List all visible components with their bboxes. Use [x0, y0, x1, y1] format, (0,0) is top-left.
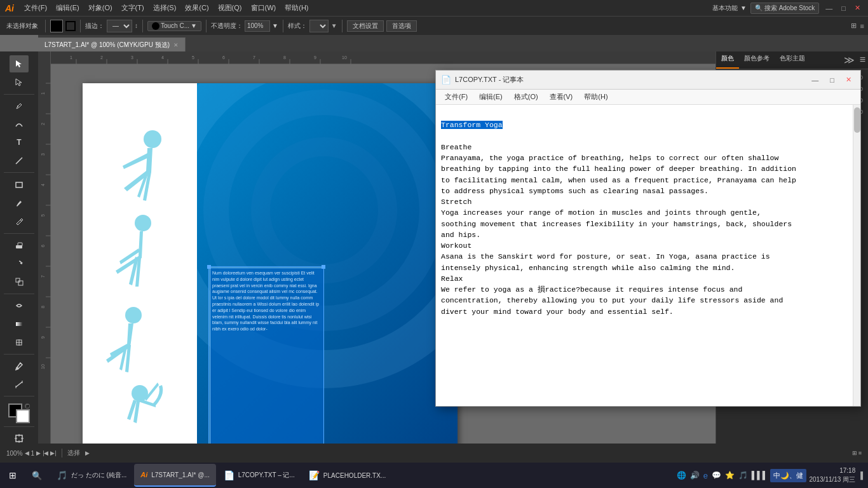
scrollbar-thumb[interactable] — [854, 107, 860, 133]
gradient-tool[interactable] — [10, 316, 29, 333]
search-stock[interactable]: 🔍 搜索 Adobe Stock — [750, 3, 819, 14]
tab-label: L7START_1.AI* @ 100% (CMYK/GPU 预选) — [44, 41, 170, 50]
panel-tab-color-ref[interactable]: 颜色参考 — [739, 51, 775, 69]
zoom-nav-left[interactable]: ◀ — [25, 450, 29, 456]
taskbar-music-btn[interactable]: 🎵 だっ たのに (純音... — [50, 464, 133, 487]
minimize-button[interactable]: — — [823, 4, 835, 12]
line-tool[interactable] — [10, 152, 29, 170]
active-document-tab[interactable]: L7START_1.AI* @ 100% (CMYK/GPU 预选) ✕ — [38, 37, 186, 51]
rect-tool[interactable] — [10, 176, 29, 193]
taskbar-ai-label: L7START_1.AI* @... — [151, 471, 209, 478]
menu-object[interactable]: 对象(O) — [85, 2, 116, 14]
opacity-arrow[interactable]: ▼ — [272, 22, 278, 29]
status-bar: 100% ◀ 1 ▶ |◀ ▶| 选择 ▶ ⊞ ≡ — [0, 444, 868, 463]
horizontal-ruler: 1 2 3 4 5 6 7 8 9 10 — [51, 51, 715, 64]
notepad-menu-file[interactable]: 文件(F) — [440, 91, 473, 103]
notepad-menu-edit[interactable]: 编辑(E) — [474, 91, 508, 103]
basic-function[interactable]: 基本功能 ▼ — [712, 4, 747, 13]
opacity-input[interactable] — [245, 20, 270, 32]
style-arrow[interactable]: ▼ — [331, 22, 337, 29]
curvature-tool[interactable] — [10, 116, 29, 133]
notepad-minimize-button[interactable]: — — [808, 76, 822, 84]
eraser-tool[interactable] — [10, 237, 29, 254]
restore-button[interactable]: □ — [839, 4, 848, 12]
style-select[interactable] — [309, 20, 329, 32]
fill-color-swatch[interactable] — [50, 20, 63, 32]
stroke-arrows[interactable]: ↕ — [135, 22, 138, 29]
network-icon[interactable]: 🌐 — [677, 471, 686, 480]
menu-view[interactable]: 视图(Q) — [214, 2, 246, 14]
text-overlay-box[interactable]: Num doloreetum ven esequam ver suscipist… — [210, 268, 324, 469]
zoom-nav-last[interactable]: ▶| — [50, 450, 56, 456]
taskbar-search-button[interactable]: 🔍 — [25, 463, 48, 488]
more-icon[interactable]: ≡ — [860, 22, 864, 30]
stroke-indicator[interactable] — [65, 21, 76, 31]
notepad-menu-view[interactable]: 查看(V) — [545, 91, 578, 103]
zoom-nav-right[interactable]: ▶ — [36, 450, 41, 456]
toolbar-separator-4 — [206, 20, 207, 32]
menu-select[interactable]: 选择(S) — [149, 2, 180, 14]
edge-icon[interactable]: e — [703, 471, 708, 480]
svg-text:6: 6 — [41, 245, 45, 247]
select-tool[interactable] — [10, 55, 29, 72]
panel-tab-color-theme[interactable]: 色彩主题 — [775, 51, 810, 69]
weather-icon[interactable]: ⭐ — [725, 471, 735, 480]
menu-window[interactable]: 窗口(W) — [247, 2, 280, 14]
preferences-button[interactable]: 首选项 — [386, 20, 417, 32]
mesh-tool[interactable] — [10, 334, 29, 351]
close-button[interactable]: ✕ — [852, 4, 863, 12]
notepad-text-area[interactable]: Transform Yoga Breathe Pranayama, the yo… — [436, 105, 853, 406]
pen-tool[interactable] — [10, 97, 29, 114]
taskbar-notepad-btn[interactable]: 📄 L7COPY.TXT – 记... — [217, 464, 301, 487]
zoom-nav-first[interactable]: |◀ — [43, 450, 48, 456]
sound-icon[interactable]: 🔊 — [690, 471, 700, 480]
rotate-tool[interactable] — [10, 255, 29, 272]
ime-indicator[interactable]: 中🌙、健 — [770, 469, 806, 482]
toolbar-right: ⊞ ≡ — [851, 22, 864, 30]
menu-file[interactable]: 文件(F) — [20, 2, 51, 14]
eyedropper-tool[interactable] — [10, 358, 29, 375]
background-color[interactable] — [16, 409, 30, 423]
show-desktop-button[interactable]: ▐ — [858, 471, 863, 479]
taskbar-clock[interactable]: 17:18 2013/11/13 周三 — [809, 466, 855, 484]
svg-text:8: 8 — [283, 55, 286, 60]
grid-view-icons[interactable]: ⊞ ≡ — [852, 450, 862, 456]
direct-select-tool[interactable] — [10, 74, 29, 91]
svg-text:5: 5 — [192, 55, 194, 60]
chat-icon[interactable]: 💬 — [712, 471, 721, 480]
tab-close-button[interactable]: ✕ — [173, 42, 179, 48]
measure-tool[interactable] — [10, 376, 29, 393]
menu-edit[interactable]: 编辑(E) — [52, 2, 83, 14]
stroke-select[interactable]: — — [107, 20, 132, 32]
warp-tool[interactable] — [10, 297, 29, 315]
taskbar-placeholder-btn[interactable]: 📝 PLACEHOLDER.TX... — [302, 464, 392, 487]
touch-control[interactable]: Touch C... ▼ — [147, 21, 201, 31]
svg-text:10: 10 — [41, 364, 45, 369]
notepad-restore-button[interactable]: □ — [826, 76, 838, 84]
panel-expand-icon[interactable]: ≫ — [841, 51, 857, 69]
music2-icon[interactable]: 🎵 — [738, 471, 748, 480]
menu-effect[interactable]: 效果(C) — [181, 2, 212, 14]
start-button[interactable]: ⊞ — [0, 463, 25, 488]
arrange-icon[interactable]: ⊞ — [851, 22, 857, 30]
notepad-menu-format[interactable]: 格式(O) — [509, 91, 543, 103]
scale-tool[interactable] — [10, 273, 29, 290]
panel-menu-icon[interactable]: ≡ — [857, 51, 868, 69]
taskbar-ai-btn[interactable]: Ai L7START_1.AI* @... — [134, 464, 215, 487]
tool-separator-4 — [4, 294, 34, 294]
menu-text[interactable]: 文字(T) — [118, 2, 148, 14]
notepad-close-button[interactable]: ✕ — [842, 76, 855, 84]
pencil-tool[interactable] — [10, 213, 29, 230]
toolbar-separator-5 — [283, 20, 283, 32]
notepad-scrollbar[interactable] — [853, 105, 860, 406]
swap-colors-icon[interactable]: ⇄ — [25, 403, 30, 409]
doc-settings-button[interactable]: 文档设置 — [347, 20, 384, 32]
menu-help[interactable]: 帮助(H) — [281, 2, 312, 14]
no-selection-label: 未选择对象 — [4, 20, 41, 32]
type-tool[interactable]: T — [10, 134, 29, 151]
svg-text:2: 2 — [100, 55, 103, 60]
panel-tab-color[interactable]: 颜色 — [716, 51, 739, 69]
notepad-menu-help[interactable]: 帮助(H) — [579, 91, 613, 103]
paintbrush-tool[interactable] — [10, 194, 29, 212]
touch-dropdown-icon[interactable]: ▼ — [191, 22, 197, 29]
